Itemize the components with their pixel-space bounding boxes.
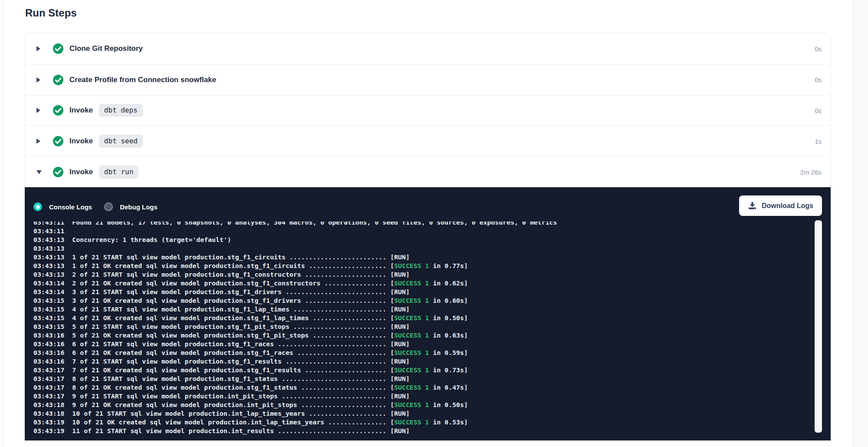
step-command-badge: dbt run <box>99 166 138 179</box>
success-check-icon <box>53 136 63 146</box>
log-line: 03:43:13 2 of 21 START sql view model pr… <box>33 270 822 279</box>
log-line: 03:43:18 10 of 21 START sql view model p… <box>33 409 822 418</box>
log-line: 03:43:14 3 of 21 START sql view model pr… <box>33 288 822 296</box>
page-right-edge <box>853 0 868 447</box>
log-line: 03:43:13 1 of 21 OK created sql view mod… <box>33 262 822 270</box>
debug-logs-radio[interactable]: Debug Logs <box>104 202 158 211</box>
step-title: Clone Git Repository <box>69 44 143 53</box>
run-step-row[interactable]: Invoke dbt run 2m 26s <box>25 156 830 187</box>
log-lines: 03:43:11 Found 21 models, 17 tests, 0 sn… <box>33 222 822 435</box>
step-duration: 0s <box>815 45 822 53</box>
step-command-badge: dbt deps <box>99 104 143 117</box>
log-line: 03:43:13 1 of 21 START sql view model pr… <box>33 253 822 262</box>
log-line: 03:43:16 5 of 21 OK created sql view mod… <box>33 331 822 340</box>
log-line: 03:43:13 Concurrency: 1 threads (target=… <box>33 235 822 244</box>
log-line: 03:43:13 <box>33 244 822 253</box>
log-line: 03:43:17 7 of 21 OK created sql view mod… <box>33 366 822 374</box>
log-line: 03:43:19 11 of 21 START sql view model p… <box>33 427 822 435</box>
step-title: Invoke <box>69 106 93 115</box>
log-line: 03:43:17 8 of 21 START sql view model pr… <box>33 374 822 383</box>
download-icon <box>748 201 757 210</box>
log-line: 03:43:16 6 of 21 START sql view model pr… <box>33 340 822 348</box>
page-left-edge <box>0 0 3 447</box>
radio-selected-icon[interactable] <box>33 202 42 211</box>
log-line: 03:43:17 9 of 21 START sql view model pr… <box>33 392 822 401</box>
run-steps-list: Clone Git Repository 0s Create Profile f… <box>25 33 831 187</box>
success-check-icon <box>53 75 63 85</box>
run-step-row[interactable]: Clone Git Repository 0s <box>25 33 830 64</box>
step-command-badge: dbt seed <box>99 135 143 148</box>
success-check-icon <box>53 167 63 177</box>
log-line: 03:43:15 3 of 21 OK created sql view mod… <box>33 296 822 305</box>
log-scrollbar-thumb[interactable] <box>815 220 822 433</box>
radio-unselected-icon[interactable] <box>104 202 113 211</box>
run-step-row[interactable]: Invoke dbt seed 1s <box>25 126 830 156</box>
log-line: 03:43:11 <box>33 227 822 235</box>
log-line: 03:43:15 4 of 21 OK created sql view mod… <box>33 314 822 322</box>
success-check-icon <box>53 105 63 116</box>
step-title: Invoke <box>69 137 93 146</box>
log-line: 03:43:16 6 of 21 OK created sql view mod… <box>33 348 822 357</box>
step-title: Create Profile from Connection snowflake <box>69 76 216 84</box>
console-log-output[interactable]: 03:43:11 Found 21 models, 17 tests, 0 sn… <box>33 222 822 440</box>
console-logs-radio[interactable]: Console Logs <box>33 202 92 211</box>
expand-chevron-icon[interactable] <box>36 139 42 144</box>
step-duration: 0s <box>815 76 822 83</box>
log-line: 03:43:15 5 of 21 START sql view model pr… <box>33 322 822 331</box>
log-line: 03:43:14 2 of 21 OK created sql view mod… <box>33 279 822 288</box>
log-line: 03:43:18 9 of 21 OK created sql view mod… <box>33 401 822 409</box>
step-duration: 1s <box>815 138 822 145</box>
expand-chevron-icon[interactable] <box>36 108 42 113</box>
step-duration: 2m 26s <box>800 169 822 176</box>
expand-chevron-icon[interactable] <box>36 46 42 51</box>
console-log-panel: Console Logs Debug Logs Download Logs 03… <box>25 187 831 440</box>
log-line: 03:43:15 4 of 21 START sql view model pr… <box>33 305 822 314</box>
log-line: 03:43:11 Found 21 models, 17 tests, 0 sn… <box>33 222 822 227</box>
expand-chevron-icon[interactable] <box>36 170 42 174</box>
debug-logs-label: Debug Logs <box>120 203 158 211</box>
run-step-row[interactable]: Invoke dbt deps 0s <box>25 95 830 126</box>
log-line: 03:43:17 8 of 21 OK created sql view mod… <box>33 383 822 392</box>
step-duration: 0s <box>815 107 822 114</box>
console-logs-label: Console Logs <box>49 203 92 211</box>
expand-chevron-icon[interactable] <box>36 77 42 83</box>
log-line: 03:43:16 7 of 21 START sql view model pr… <box>33 357 822 366</box>
success-check-icon <box>53 43 63 54</box>
log-line: 03:43:19 10 of 21 OK created sql view mo… <box>33 418 822 427</box>
download-logs-button[interactable]: Download Logs <box>739 195 822 216</box>
step-title: Invoke <box>69 168 93 176</box>
run-step-row[interactable]: Create Profile from Connection snowflake… <box>25 64 830 95</box>
page-title: Run Steps <box>25 6 77 20</box>
log-type-radio-group: Console Logs Debug Logs <box>33 202 158 211</box>
